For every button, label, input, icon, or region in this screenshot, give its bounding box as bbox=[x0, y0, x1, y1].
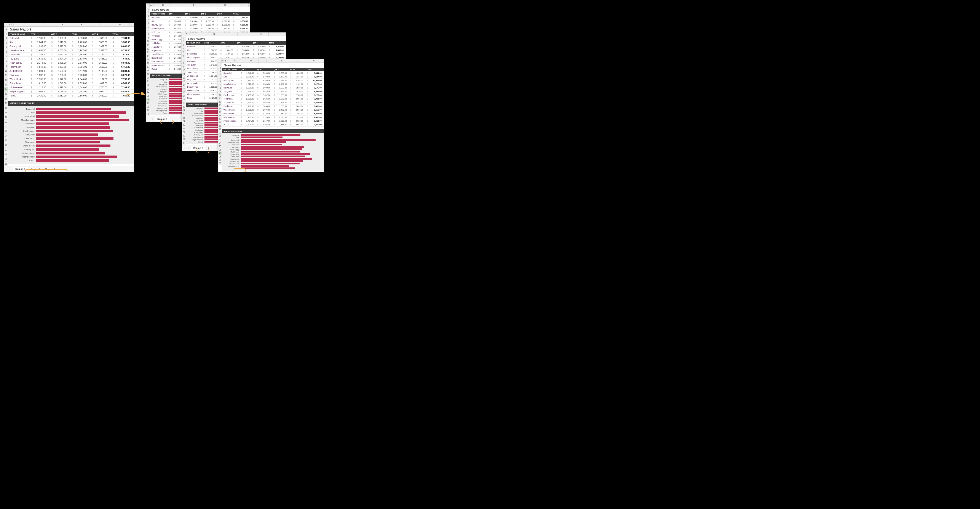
row-header[interactable]: 2 bbox=[4, 31, 8, 36]
table-row[interactable]: Baby doll$1,942.00$2,280.00$1,985.00$1,8… bbox=[222, 72, 324, 75]
row-header[interactable]: 8 bbox=[218, 87, 222, 90]
tab-region-2[interactable]: Region 2 bbox=[28, 167, 42, 171]
row-header[interactable]: 26 bbox=[146, 98, 150, 102]
row-header[interactable]: 29 bbox=[146, 109, 150, 112]
table-row[interactable]: Model airplane$2,655.00$2,757.00$1,987.0… bbox=[150, 27, 250, 30]
table-row[interactable]: Robot$2,420.00$1,032.00$2,569.00$1,629.0… bbox=[8, 94, 134, 98]
row-header[interactable]: 7 bbox=[4, 54, 8, 59]
row-header[interactable]: 12 bbox=[218, 101, 222, 104]
row-header[interactable]: 1 bbox=[218, 63, 222, 66]
table-row[interactable]: Kite$2,844.00$2,310.00$2,203.00$2,029.00… bbox=[8, 40, 134, 44]
row-header[interactable]: 11 bbox=[218, 97, 222, 101]
col-B[interactable]: B bbox=[12, 23, 15, 27]
col-header[interactable]: TOTAL bbox=[268, 41, 286, 45]
row-header[interactable]: 7 bbox=[146, 29, 150, 33]
col-F[interactable]: F bbox=[72, 23, 91, 27]
row-header[interactable]: 5 bbox=[4, 45, 8, 50]
col-C[interactable]: C bbox=[15, 23, 34, 27]
col-header[interactable]: QTR 1 bbox=[167, 12, 183, 16]
row-header[interactable]: 18 bbox=[218, 121, 222, 124]
col-header[interactable]: QTR 1 bbox=[30, 32, 50, 36]
tab-next-icon[interactable]: › bbox=[187, 147, 190, 150]
tab-next-icon[interactable]: › bbox=[151, 118, 154, 120]
table-row[interactable]: Jr. doctor kit$2,244.00$1,953.00$2,898.0… bbox=[222, 101, 324, 104]
tab-prev-icon[interactable]: ‹ bbox=[5, 168, 9, 171]
table-row[interactable]: Model airplane$1,317.00$1,546.00$2,101.0… bbox=[222, 82, 324, 86]
row-header[interactable]: 10 bbox=[182, 69, 186, 72]
row-header[interactable]: 3 bbox=[146, 14, 150, 18]
table-row[interactable]: Baby doll$2,215.00$2,355.00$2,976.00$1,2… bbox=[186, 45, 286, 48]
row-header[interactable]: 1 bbox=[182, 36, 186, 40]
row-header[interactable]: 4 bbox=[146, 18, 150, 22]
table-row[interactable]: Toy guitar$1,996.00$2,923.00$1,696.00$1,… bbox=[222, 90, 324, 93]
row-header[interactable]: 2 bbox=[218, 66, 222, 70]
table-row[interactable]: Teddy bear$1,548.00$2,061.00$1,256.00$1,… bbox=[8, 65, 134, 69]
tab-region-2[interactable]: Region 2 bbox=[191, 146, 205, 150]
row-header[interactable]: 18 bbox=[182, 98, 186, 102]
row-header[interactable]: 14 bbox=[182, 83, 186, 87]
col-header[interactable]: TOTAL bbox=[232, 12, 250, 16]
table-row[interactable]: Bouncy ball$1,720.00$2,768.00$2,892.00$2… bbox=[222, 79, 324, 82]
row-header[interactable]: 8 bbox=[182, 62, 186, 65]
table-row[interactable]: Mini racetrack$2,125.00$1,316.00$1,048.0… bbox=[8, 85, 134, 89]
row-header[interactable]: 8 bbox=[146, 33, 150, 36]
col-header[interactable]: QTR 4 bbox=[289, 68, 305, 72]
col-header[interactable]: QTR 3 bbox=[272, 68, 289, 72]
table-row[interactable]: Finger puppets$1,494.00$1,167.00$1,829.0… bbox=[222, 119, 324, 123]
col-header[interactable]: PRODUCT NAME bbox=[150, 12, 167, 16]
row-header[interactable]: 25 bbox=[182, 123, 186, 127]
table-row[interactable]: Baby doll$1,100.00$2,690.00$2,358.00$1,6… bbox=[150, 16, 250, 19]
tab-region-3[interactable]: Region 3 bbox=[43, 167, 57, 171]
col-I[interactable]: I bbox=[130, 23, 134, 27]
col-header[interactable]: QTR 4 bbox=[216, 12, 232, 16]
col-header[interactable]: QTR 4 bbox=[91, 32, 111, 36]
row-header[interactable]: 4 bbox=[4, 41, 8, 45]
row-header[interactable]: 15 bbox=[182, 87, 186, 91]
row-header[interactable]: 26 bbox=[4, 143, 8, 148]
sales-table[interactable]: PRODUCT NAMEQTR 1QTR 2QTR 3QTR 4TOTAL Ba… bbox=[8, 32, 134, 98]
row-header[interactable]: 6 bbox=[4, 50, 8, 55]
row-header[interactable]: 16 bbox=[146, 62, 150, 65]
row-header[interactable]: 18 bbox=[4, 106, 8, 110]
row-header[interactable]: 26 bbox=[182, 127, 186, 131]
row-header[interactable]: 6 bbox=[146, 25, 150, 29]
col-header[interactable]: QTR 2 bbox=[50, 32, 70, 36]
row-header[interactable]: 15 bbox=[4, 92, 8, 96]
row-header[interactable]: 17 bbox=[218, 118, 222, 121]
col-H[interactable]: H bbox=[110, 23, 130, 27]
row-header[interactable]: 11 bbox=[4, 73, 8, 78]
col-G[interactable]: G bbox=[91, 23, 110, 27]
row-header[interactable]: 21 bbox=[182, 109, 186, 112]
row-header[interactable]: 10 bbox=[4, 69, 8, 73]
row-header[interactable]: 23 bbox=[4, 129, 8, 134]
row-header[interactable]: 3 bbox=[4, 36, 8, 41]
col-header[interactable]: QTR 1 bbox=[240, 68, 256, 72]
row-header[interactable]: 16 bbox=[218, 114, 222, 118]
row-header[interactable]: 19 bbox=[4, 110, 8, 115]
col-A[interactable]: A bbox=[8, 23, 12, 27]
add-sheet-icon[interactable]: + bbox=[58, 168, 63, 171]
col-header[interactable]: QTR 1 bbox=[203, 41, 219, 45]
tab-prev-icon[interactable]: ‹ bbox=[183, 147, 186, 150]
col-header[interactable]: PRODUCT NAME bbox=[8, 32, 30, 36]
row-header[interactable]: 25 bbox=[4, 138, 8, 143]
row-header[interactable]: 5 bbox=[146, 22, 150, 25]
row-header[interactable]: 11 bbox=[182, 72, 186, 76]
row-header[interactable]: 2 bbox=[182, 40, 186, 43]
table-row[interactable]: Wood blocks$2,631.00$1,906.00$2,482.00$2… bbox=[222, 108, 324, 112]
row-header[interactable]: 30 bbox=[4, 161, 8, 166]
table-row[interactable]: Finger puppets$1,508.00$2,135.00$2,747.0… bbox=[8, 89, 134, 94]
row-header[interactable]: 24 bbox=[182, 120, 186, 123]
row-header[interactable]: 20 bbox=[4, 115, 8, 120]
table-row[interactable]: Kite$2,844.00$2,310.00$2,203.00$2,029.00… bbox=[150, 19, 250, 23]
row-header[interactable]: 28 bbox=[182, 134, 186, 138]
row-header[interactable]: 6 bbox=[218, 80, 222, 83]
row-header[interactable]: 8 bbox=[4, 59, 8, 64]
col-header[interactable]: TOTAL bbox=[111, 32, 134, 36]
col-header[interactable]: QTR 2 bbox=[183, 12, 200, 16]
table-row[interactable]: Jr. doctor kit$1,694.00$2,502.00$1,442.0… bbox=[8, 69, 134, 73]
row-header[interactable]: 21 bbox=[146, 80, 150, 83]
tab-prev-icon[interactable]: ‹ bbox=[147, 118, 151, 120]
row-header[interactable]: 12 bbox=[182, 76, 186, 80]
row-header[interactable]: 12 bbox=[146, 47, 150, 51]
